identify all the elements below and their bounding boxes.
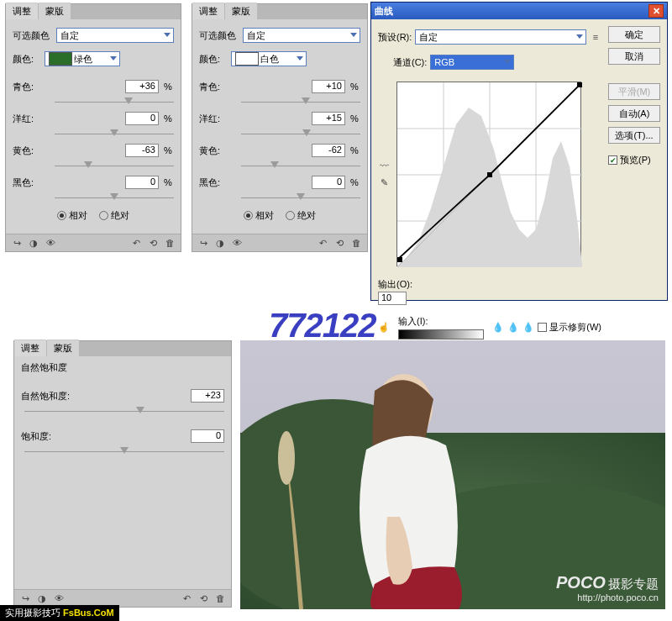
vibrance-label: 自然饱和度: — [21, 390, 80, 403]
mode-relative[interactable]: 相对 — [244, 209, 274, 222]
vibrance-value[interactable]: +23 — [191, 389, 224, 403]
output-label: 输出(O): — [378, 278, 412, 291]
cancel-button[interactable]: 取消 — [608, 48, 660, 65]
color-label: 颜色: — [199, 53, 228, 66]
color-select[interactable]: 绿色 — [45, 51, 120, 66]
cyan-value[interactable]: +36 — [125, 80, 159, 93]
saturation-slider[interactable] — [24, 446, 224, 458]
badge-left: 实用摄影技巧 — [5, 608, 60, 618]
magenta-slider[interactable] — [55, 129, 174, 140]
channel-label: 通道(C): — [393, 56, 427, 69]
color-select[interactable]: 白色 — [231, 51, 307, 66]
output-value[interactable]: 10 — [378, 292, 407, 305]
yellow-value[interactable]: -62 — [312, 144, 345, 157]
preset-select[interactable]: 自定 — [243, 28, 360, 43]
panel-footer: ↪ ◑ 👁 ↶ ⟲ 🗑 — [6, 234, 181, 251]
reset-icon[interactable]: ⟲ — [333, 237, 345, 249]
tabs: 调整 蒙版 — [6, 4, 181, 19]
tab-mask[interactable]: 蒙版 — [39, 3, 71, 19]
eye-icon[interactable]: 👁 — [231, 237, 243, 249]
yellow-label: 黄色: — [13, 145, 53, 157]
yellow-value[interactable]: -63 — [125, 144, 159, 157]
tab-adjust[interactable]: 调整 — [192, 3, 224, 19]
cyan-slider[interactable] — [55, 97, 174, 108]
preview-checkbox[interactable]: ✔预览(P) — [608, 154, 660, 166]
curve-tool-icon[interactable]: 〰 — [378, 160, 390, 171]
vibrance-slider[interactable] — [24, 406, 224, 418]
watermark-brand: POCO — [556, 573, 606, 592]
cyan-label: 青色: — [199, 81, 239, 93]
vibrance-panel: 调整蒙版 自然饱和度 自然饱和度:+23 饱和度:0 ↪◑👁↶⟲🗑 — [13, 340, 232, 608]
circle-icon[interactable]: ◑ — [36, 592, 48, 604]
preset-select[interactable]: 自定 — [56, 28, 174, 43]
circle-icon[interactable]: ◑ — [214, 237, 226, 249]
options-button[interactable]: 选项(T)... — [608, 127, 660, 144]
eye-icon[interactable]: 👁 — [45, 237, 56, 249]
magenta-label: 洋红: — [199, 113, 239, 125]
watermark: POCO 摄影专题 http://photo.poco.cn — [556, 573, 659, 603]
ok-button[interactable]: 确定 — [608, 26, 660, 43]
input-label: 输入(I): — [398, 316, 428, 326]
cyan-label: 青色: — [13, 81, 53, 93]
black-value[interactable]: 0 — [312, 176, 345, 189]
saturation-value[interactable]: 0 — [191, 429, 224, 443]
channel-select[interactable]: RGB — [430, 55, 514, 70]
svg-point-14 — [278, 431, 295, 485]
close-icon[interactable]: ✕ — [648, 4, 664, 18]
curves-preset-select[interactable]: 自定 — [415, 29, 586, 45]
tab-adjust[interactable]: 调整 — [14, 339, 46, 356]
back-icon[interactable]: ↶ — [130, 237, 142, 249]
eyedropper-black-icon[interactable]: 💧 — [492, 322, 504, 334]
circle-icon[interactable]: ◑ — [28, 237, 39, 249]
mode-relative[interactable]: 相对 — [57, 209, 87, 222]
pct: % — [162, 82, 174, 92]
trash-icon[interactable]: 🗑 — [164, 237, 176, 249]
eye-icon[interactable]: 👁 — [53, 592, 65, 604]
yellow-slider[interactable] — [55, 161, 174, 172]
selective-color-panel-1: 调整 蒙版 可选颜色 自定 颜色: 绿色 青色:+36% 洋红:0% 黄色:-6… — [5, 3, 181, 252]
yellow-slider[interactable] — [241, 161, 360, 172]
back-icon[interactable]: ↶ — [181, 592, 192, 604]
back-icon[interactable]: ↶ — [317, 237, 328, 249]
saturation-label: 饱和度: — [21, 430, 80, 443]
tab-mask[interactable]: 蒙版 — [225, 3, 257, 19]
curve-graph[interactable] — [396, 82, 581, 266]
mode-absolute[interactable]: 绝对 — [286, 209, 316, 222]
auto-button[interactable]: 自动(A) — [608, 105, 660, 122]
tab-mask[interactable]: 蒙版 — [47, 339, 79, 356]
arrow-icon[interactable]: ↪ — [11, 237, 23, 249]
magenta-slider[interactable] — [241, 129, 360, 140]
cyan-slider[interactable] — [241, 97, 360, 108]
eyedropper-gray-icon[interactable]: 💧 — [507, 322, 519, 334]
target-adjust-icon[interactable]: ☝ — [378, 322, 390, 334]
title-label: 可选颜色 — [13, 29, 53, 42]
magenta-value[interactable]: 0 — [125, 112, 159, 125]
result-photo: POCO 摄影专题 http://photo.poco.cn — [240, 340, 665, 609]
dialog-title: 曲线 — [375, 5, 393, 18]
black-slider[interactable] — [241, 192, 360, 204]
badge-right: FsBus.CoM — [63, 608, 114, 618]
trash-icon[interactable]: 🗑 — [350, 237, 362, 249]
reset-icon[interactable]: ⟲ — [147, 237, 159, 249]
black-label: 黑色: — [13, 176, 53, 189]
show-clipping-checkbox[interactable]: 显示修剪(W) — [538, 321, 601, 334]
trash-icon[interactable]: 🗑 — [214, 592, 226, 604]
site-badge: 实用摄影技巧 FsBus.CoM — [0, 605, 119, 621]
magenta-value[interactable]: +15 — [312, 112, 345, 125]
color-swatch-icon — [235, 52, 259, 66]
arrow-icon[interactable]: ↪ — [19, 592, 31, 604]
input-gradient[interactable] — [398, 329, 484, 339]
eyedropper-white-icon[interactable]: 💧 — [522, 322, 534, 334]
mode-absolute[interactable]: 绝对 — [99, 209, 129, 222]
tab-adjust[interactable]: 调整 — [6, 3, 38, 19]
black-label: 黑色: — [199, 176, 239, 189]
reset-icon[interactable]: ⟲ — [197, 592, 209, 604]
overlay-number: 772122 — [269, 307, 375, 345]
titlebar[interactable]: 曲线 ✕ — [371, 3, 667, 19]
arrow-icon[interactable]: ↪ — [197, 237, 209, 249]
cyan-value[interactable]: +10 — [312, 80, 345, 93]
black-slider[interactable] — [55, 192, 174, 204]
pencil-tool-icon[interactable]: ✎ — [378, 176, 390, 188]
black-value[interactable]: 0 — [125, 176, 159, 189]
preset-menu-icon[interactable]: ≡ — [590, 31, 601, 43]
